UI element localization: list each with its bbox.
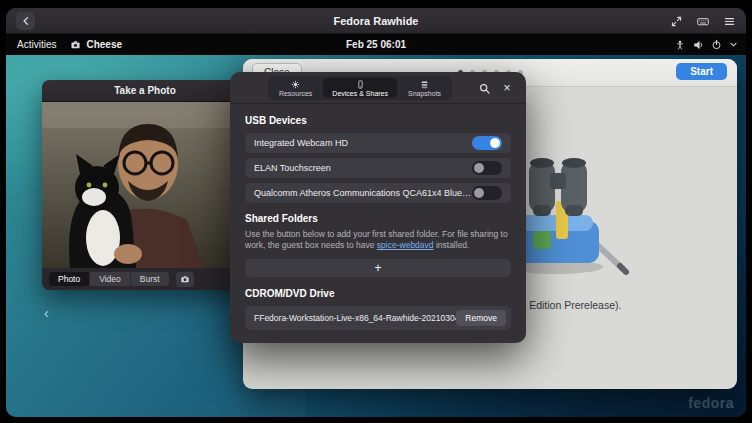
add-shared-folder-button[interactable]: + [245,259,511,277]
start-button[interactable]: Start [676,63,727,80]
dialog-body: USB Devices Integrated Webcam HD ELAN To… [230,104,526,343]
chevron-left-icon [20,15,32,27]
device-name: Integrated Webcam HD [254,138,472,148]
power-icon [711,39,722,50]
take-photo-button[interactable] [176,272,194,287]
plus-icon: + [374,261,381,275]
preferences-dialog: Resources Devices & Shares [230,72,526,343]
boxes-window: Fedora Rawhide Activities [6,8,746,417]
tab-label: Resources [279,90,312,97]
tab-devices-shares[interactable]: Devices & Shares [323,78,397,98]
spice-webdavd-link[interactable]: spice-webdavd [377,240,434,250]
tab-resources[interactable]: Resources [270,78,321,98]
shared-folders-description: Use the button below to add your first s… [245,229,511,252]
device-name: ELAN Touchscreen [254,163,472,173]
toggle-elan-touchscreen[interactable] [472,161,502,175]
screen: Fedora Rawhide Activities [0,0,752,423]
titlebar[interactable]: Fedora Rawhide [6,8,746,34]
chevron-down-icon [729,40,738,49]
cheese-titlebar[interactable]: Take a Photo [42,80,248,102]
titlebar-actions [670,8,736,34]
system-tray[interactable] [675,34,738,55]
window-title: Fedora Rawhide [6,15,746,27]
mode-switcher: Photo Video Burst [49,272,169,286]
gear-icon [291,80,300,89]
mode-video-button[interactable]: Video [90,272,131,286]
cdrom-section-title: CDROM/DVD Drive [245,288,511,299]
collection-back-chevron[interactable]: ‹ [44,305,49,321]
toggle-integrated-webcam[interactable] [472,136,502,150]
iso-name: FFedora-Workstation-Live-x86_64-Rawhide-… [254,313,456,323]
remove-iso-button[interactable]: Remove [456,310,506,326]
usb-device-row: Integrated Webcam HD [245,133,511,153]
mode-photo-button[interactable]: Photo [49,272,90,286]
mode-burst-button[interactable]: Burst [131,272,169,286]
device-name: Qualcomm Atheros Communications QCA61x4 … [254,188,472,198]
usb-device-row: Qualcomm Atheros Communications QCA61x4 … [245,183,511,203]
cdrom-row: FFedora-Workstation-Live-x86_64-Rawhide-… [245,306,511,330]
snapshots-icon [420,80,429,89]
vm-desktop: fedora Close Start [6,55,746,417]
cheese-controls: Photo Video Burst [42,268,248,290]
volume-icon [692,39,704,51]
tab-snapshots[interactable]: Snapshots [399,78,450,98]
tab-label: Devices & Shares [332,90,388,97]
cheese-window: Take a Photo [42,80,248,290]
dialog-header: Resources Devices & Shares [230,72,526,104]
description-text: installed. [434,240,470,250]
fullscreen-icon[interactable] [670,15,683,28]
cheese-title: Take a Photo [114,85,176,96]
keyboard-icon[interactable] [696,15,710,28]
fedora-watermark: fedora [688,395,734,411]
camera-shutter-icon [180,275,190,284]
close-dialog-button[interactable]: × [499,80,515,96]
view-switcher: Resources Devices & Shares [268,76,452,100]
clock[interactable]: Feb 25 06:01 [6,39,746,50]
usb-device-list: Integrated Webcam HD ELAN Touchscreen Qu… [245,133,511,203]
usb-device-row: ELAN Touchscreen [245,158,511,178]
vm-topbar: Activities Cheese Feb 25 06:01 [6,34,746,55]
devices-icon [356,80,365,89]
accessibility-icon [675,39,685,51]
search-button[interactable] [476,80,492,96]
shared-folders-title: Shared Folders [245,213,511,224]
webcam-preview [42,102,248,268]
menu-icon[interactable] [723,15,736,28]
tab-label: Snapshots [408,90,441,97]
toggle-bluetooth[interactable] [472,186,502,200]
usb-section-title: USB Devices [245,115,511,126]
back-button[interactable] [16,12,35,30]
